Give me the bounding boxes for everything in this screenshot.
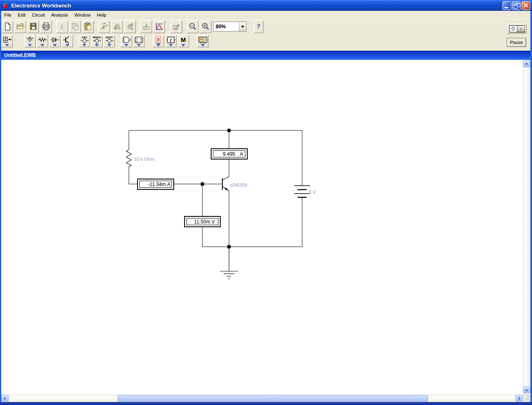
- minimize-button[interactable]: [502, 1, 511, 10]
- base-ammeter[interactable]: -11.34m A: [138, 179, 174, 189]
- window-frame-left: [0, 11, 1, 405]
- dropdown-triangle-icon: [53, 44, 57, 47]
- zoom-out-button[interactable]: [187, 20, 199, 33]
- paste-button[interactable]: [82, 20, 94, 33]
- collector-ammeter[interactable]: 9.495 A: [211, 149, 247, 159]
- svg-text:M: M: [181, 36, 186, 43]
- svg-text:Q: Q: [140, 40, 142, 42]
- resistor-icon: [37, 35, 48, 45]
- close-button[interactable]: [522, 1, 530, 10]
- transistor-component[interactable]: q2t630b: [222, 177, 247, 191]
- favorites-button[interactable]: [1, 35, 13, 47]
- basic-button[interactable]: [37, 35, 48, 47]
- zoom-in-icon: [201, 22, 210, 31]
- rotate-button[interactable]: [98, 20, 110, 33]
- diodes-button[interactable]: [49, 35, 61, 47]
- miscellaneous-icon: M: [178, 35, 189, 45]
- resistor-component[interactable]: 33 k Ohm: [126, 150, 155, 167]
- indicators-button[interactable]: 8: [153, 35, 164, 47]
- scroll-left-button[interactable]: [1, 395, 9, 402]
- svg-text:S: S: [136, 37, 138, 40]
- zoom-level-value: 80%: [214, 22, 239, 31]
- scroll-up-button[interactable]: [523, 60, 530, 67]
- resize-grip[interactable]: [523, 394, 530, 402]
- power-switch[interactable]: O I: [507, 24, 527, 34]
- emitter-voltmeter[interactable]: 11.50m V: [185, 216, 220, 227]
- app-window: Electronics Workbench File Edit Circuit …: [0, 0, 532, 405]
- window-frame-right: [530, 11, 532, 405]
- transistor-label: q2t630b: [230, 182, 247, 187]
- help-button[interactable]: ?: [254, 20, 264, 33]
- seven-segment-icon: 8: [153, 35, 164, 45]
- digital-ics-button[interactable]: DIGIT: [103, 35, 115, 47]
- scroll-down-button[interactable]: [523, 386, 530, 393]
- dropdown-triangle-icon: [201, 44, 205, 47]
- digital-button[interactable]: S Q R Q: [133, 35, 145, 47]
- window-titlebar[interactable]: Electronics Workbench: [0, 0, 532, 11]
- vertical-scrollbar[interactable]: [523, 60, 530, 394]
- svg-text:Q: Q: [140, 37, 142, 40]
- save-button[interactable]: [27, 20, 39, 33]
- chevron-left-icon: [3, 396, 7, 400]
- cut-button[interactable]: ✂: [56, 20, 68, 33]
- instruments-button[interactable]: [197, 35, 209, 47]
- flip-vertical-button[interactable]: [124, 20, 136, 33]
- menu-bar: File Edit Circuit Analysis Window Help: [1, 11, 530, 19]
- horizontal-scroll-thumb[interactable]: [118, 395, 428, 402]
- mixed-ic-icon: MIXED: [91, 35, 102, 45]
- save-floppy-icon: [29, 22, 38, 31]
- controls-button[interactable]: f: [165, 35, 177, 47]
- window-title: Electronics Workbench: [11, 2, 502, 9]
- flip-vertical-icon: [126, 22, 135, 31]
- menu-edit[interactable]: Edit: [15, 11, 29, 19]
- dropdown-triangle-icon: [82, 44, 86, 47]
- chevron-right-icon: [517, 396, 521, 400]
- flip-horizontal-button[interactable]: [111, 20, 123, 33]
- component-properties-icon: [172, 22, 181, 31]
- power-off-label: O: [510, 26, 517, 32]
- scroll-right-button[interactable]: [515, 395, 523, 402]
- copy-button[interactable]: [69, 20, 81, 33]
- svg-text:DIGIT: DIGIT: [106, 36, 113, 39]
- battery-component[interactable]: 5 V: [294, 186, 316, 197]
- menu-file[interactable]: File: [1, 11, 15, 19]
- function-block-icon: f: [165, 35, 176, 45]
- diode-icon: [49, 35, 60, 45]
- transistors-button[interactable]: [62, 35, 73, 47]
- mixed-ics-button[interactable]: MIXED: [91, 35, 103, 47]
- logic-gate-icon: [121, 35, 132, 45]
- pause-button[interactable]: Pause: [507, 38, 526, 47]
- menu-circuit[interactable]: Circuit: [29, 11, 48, 19]
- combo-dropdown-button[interactable]: [239, 22, 246, 31]
- document-titlebar[interactable]: Untitled.EWB: [1, 51, 530, 60]
- logic-gates-button[interactable]: [121, 35, 132, 47]
- restore-button[interactable]: [512, 1, 521, 10]
- window-frame-bottom: [0, 402, 532, 405]
- zoom-out-icon: [188, 22, 197, 31]
- sources-button[interactable]: [24, 35, 36, 47]
- create-subcircuit-button[interactable]: [140, 20, 152, 33]
- component-properties-button[interactable]: [170, 20, 182, 33]
- print-button[interactable]: [40, 20, 52, 33]
- open-button[interactable]: [14, 20, 26, 33]
- zoom-in-button[interactable]: [200, 20, 212, 33]
- window-controls: [502, 1, 530, 10]
- clipboard-paste-icon: [84, 22, 93, 31]
- ground-component[interactable]: [220, 247, 238, 279]
- menu-analysis[interactable]: Analysis: [48, 11, 71, 19]
- flipflop-icon: S Q R Q: [133, 35, 144, 45]
- collector-ammeter-value: 9.495: [223, 151, 235, 157]
- collector-ammeter-unit: A: [240, 151, 243, 157]
- chevron-down-icon: [241, 26, 244, 28]
- miscellaneous-button[interactable]: M: [177, 35, 189, 47]
- new-button[interactable]: [1, 20, 13, 33]
- dropdown-triangle-icon: [124, 44, 128, 47]
- schematic-canvas[interactable]: 33 k Ohm 9.495 A -11.34m A 11.50m: [1, 60, 523, 394]
- dropdown-triangle-icon: [40, 44, 44, 47]
- display-graphs-button[interactable]: [153, 20, 165, 33]
- menu-window[interactable]: Window: [71, 11, 94, 19]
- zoom-level-combobox[interactable]: 80%: [213, 22, 246, 32]
- analog-ics-button[interactable]: ANA: [79, 35, 90, 47]
- menu-help[interactable]: Help: [94, 11, 110, 19]
- horizontal-scrollbar[interactable]: [1, 394, 523, 402]
